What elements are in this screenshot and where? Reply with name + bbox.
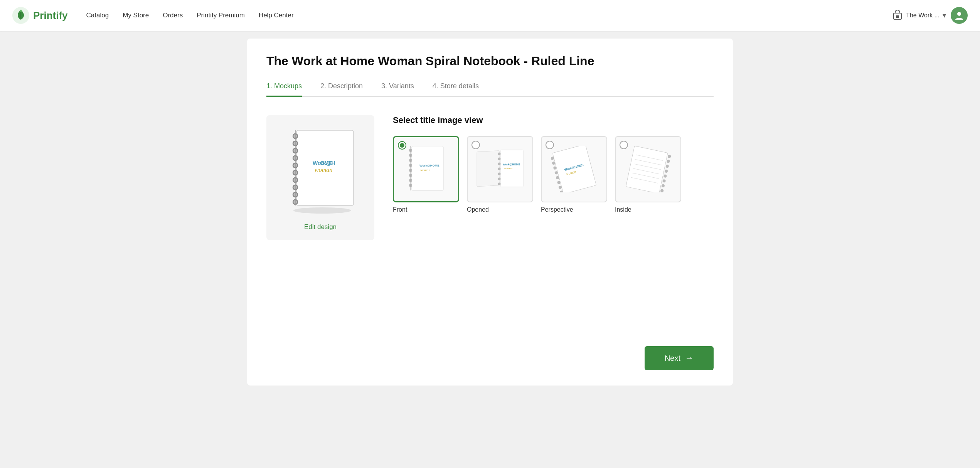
logo-icon — [12, 7, 29, 24]
logo[interactable]: Printify — [12, 7, 68, 24]
mockup-selector: Select title image view — [393, 115, 714, 213]
store-icon — [892, 10, 903, 21]
svg-point-69 — [660, 189, 663, 192]
tab-variants[interactable]: 3. Variants — [381, 82, 414, 97]
svg-point-37 — [498, 163, 501, 165]
product-preview: Work@H OME woman Edit design — [266, 115, 374, 240]
next-button[interactable]: Next → — [645, 346, 714, 370]
preview-image: Work@H OME woman — [278, 125, 363, 217]
svg-point-39 — [498, 173, 501, 175]
svg-point-67 — [662, 179, 666, 183]
svg-text:woman: woman — [420, 168, 431, 172]
page-wrapper: The Work at Home Woman Spiral Notebook -… — [247, 39, 733, 386]
next-button-wrapper: Next → — [645, 346, 714, 370]
svg-point-66 — [663, 174, 667, 178]
svg-point-64 — [665, 164, 669, 168]
next-arrow-icon: → — [685, 353, 694, 363]
svg-point-38 — [498, 168, 501, 170]
notebook-preview-svg: Work@H OME woman — [282, 126, 359, 215]
nav-orders[interactable]: Orders — [163, 12, 183, 19]
mockup-option-inside[interactable]: Inside — [615, 136, 681, 213]
mockup-option-front[interactable]: Work@HOME woman Front — [393, 136, 459, 213]
header: Printify Catalog My Store Orders Printif… — [0, 0, 980, 31]
svg-point-65 — [664, 169, 668, 173]
nav-help[interactable]: Help Center — [259, 12, 294, 19]
main-container: The Work at Home Woman Spiral Notebook -… — [224, 39, 756, 409]
store-name: The Work ... — [906, 12, 940, 19]
main-nav: Catalog My Store Orders Printify Premium… — [86, 12, 892, 19]
mockup-img-opened[interactable]: Work@HOME woman — [467, 136, 533, 202]
header-right: The Work ... ▾ — [892, 7, 968, 24]
svg-point-35 — [498, 153, 501, 155]
mockup-option-perspective[interactable]: Work@HOME woman Perspective — [541, 136, 607, 213]
svg-rect-44 — [552, 146, 596, 192]
dropdown-arrow-icon: ▾ — [943, 11, 946, 20]
mockup-label-opened: Opened — [467, 206, 489, 213]
content-area: Work@H OME woman Edit design Select titl… — [266, 115, 714, 240]
mockup-options: Work@HOME woman Front — [393, 136, 714, 213]
svg-point-36 — [498, 158, 501, 160]
radio-perspective — [546, 141, 554, 149]
svg-point-62 — [667, 155, 671, 158]
tab-description[interactable]: 2. Description — [320, 82, 363, 97]
svg-text:woman: woman — [503, 167, 512, 170]
radio-inside — [620, 141, 628, 149]
svg-rect-3 — [896, 15, 899, 18]
mockup-label-front: Front — [393, 206, 407, 213]
nav-catalog[interactable]: Catalog — [86, 12, 109, 19]
next-button-label: Next — [665, 354, 680, 363]
mockup-option-opened[interactable]: Work@HOME woman Opened — [467, 136, 533, 213]
nav-my-store[interactable]: My Store — [123, 12, 149, 19]
mockup-img-perspective[interactable]: Work@HOME woman — [541, 136, 607, 202]
page-title: The Work at Home Woman Spiral Notebook -… — [266, 54, 714, 68]
user-avatar[interactable] — [951, 7, 968, 24]
tab-store-details[interactable]: 4. Store details — [433, 82, 479, 97]
svg-point-63 — [667, 160, 670, 163]
svg-text:OME: OME — [320, 160, 332, 166]
radio-front — [398, 141, 406, 150]
select-title-label: Select title image view — [393, 115, 714, 125]
mockup-label-perspective: Perspective — [541, 206, 573, 213]
svg-rect-33 — [477, 151, 499, 187]
svg-point-5 — [293, 207, 351, 214]
svg-point-68 — [661, 184, 665, 187]
svg-point-40 — [498, 178, 501, 180]
svg-point-41 — [498, 183, 501, 185]
svg-point-1 — [20, 10, 22, 12]
nav-premium[interactable]: Printify Premium — [197, 12, 245, 19]
svg-text:Work@HOME: Work@HOME — [419, 164, 439, 167]
svg-text:woman: woman — [315, 167, 332, 173]
edit-design-link[interactable]: Edit design — [304, 223, 337, 231]
tabs: 1. Mockups 2. Description 3. Variants 4.… — [266, 82, 714, 97]
svg-point-4 — [957, 12, 961, 16]
mockup-img-front[interactable]: Work@HOME woman — [393, 136, 459, 202]
store-selector[interactable]: The Work ... ▾ — [892, 10, 946, 21]
mockup-label-inside: Inside — [615, 206, 631, 213]
radio-opened — [471, 141, 480, 149]
svg-text:Work@HOME: Work@HOME — [503, 163, 520, 166]
tab-mockups[interactable]: 1. Mockups — [266, 82, 302, 97]
svg-rect-55 — [626, 146, 668, 192]
logo-text: Printify — [33, 10, 68, 22]
mockup-img-inside[interactable] — [615, 136, 681, 202]
